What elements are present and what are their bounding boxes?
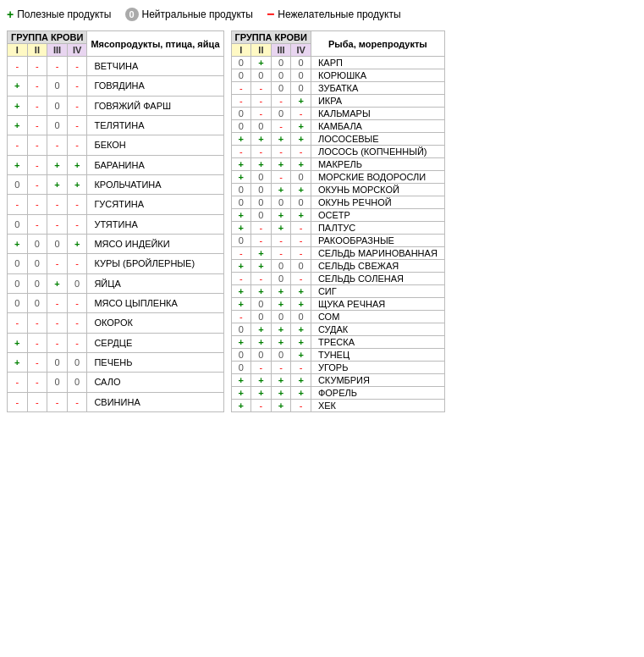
fish-table: ГРУППА КРОВИ Рыба, морепродукты I II III… xyxy=(231,30,445,412)
table-row: 00+0ЯЙЦА xyxy=(8,273,224,293)
cell-blood-group-ii: 0 xyxy=(251,69,272,82)
cell-blood-group-i: 0 xyxy=(231,235,251,247)
cell-blood-group-iv: - xyxy=(67,135,87,155)
cell-blood-group-iv: - xyxy=(67,333,87,352)
cell-product-name: МАКРЕЛЬ xyxy=(311,158,444,171)
cell-blood-group-iii: - xyxy=(47,57,68,76)
cell-blood-group-iii: 0 xyxy=(47,373,68,392)
table-row: +0++ОСЕТР xyxy=(231,209,444,222)
cell-blood-group-i: + xyxy=(231,298,251,311)
cell-blood-group-ii: - xyxy=(27,96,47,115)
table-row: -000СОМ xyxy=(231,311,444,323)
cell-product-name: ЛОСОСЬ (КОПЧЕННЫЙ) xyxy=(311,146,444,158)
cell-blood-group-iii: - xyxy=(271,146,291,158)
cell-blood-group-iii: - xyxy=(47,214,68,234)
cell-blood-group-iv: + xyxy=(291,120,311,133)
cell-blood-group-i: 0 xyxy=(8,174,28,194)
cell-blood-group-iii: + xyxy=(271,298,291,311)
cell-blood-group-iii: + xyxy=(271,336,291,349)
cell-blood-group-iii: 0 xyxy=(271,82,291,95)
table-row: +-0-ГОВЯЖИЙ ФАРШ xyxy=(8,96,224,115)
cell-blood-group-i: + xyxy=(8,76,28,96)
cell-blood-group-iv: - xyxy=(67,293,87,312)
cell-product-name: ТУНЕЦ xyxy=(311,349,444,362)
cell-blood-group-ii: - xyxy=(251,235,272,247)
table-row: -+--СЕЛЬДЬ МАРИНОВАННАЯ xyxy=(231,247,444,260)
cell-blood-group-iv: 0 xyxy=(291,69,311,82)
cell-blood-group-i: + xyxy=(231,400,251,412)
cell-blood-group-iv: + xyxy=(291,95,311,108)
cell-blood-group-iii: 0 xyxy=(271,273,291,285)
cell-blood-group-ii: 0 xyxy=(251,184,272,196)
table-row: +-0-ТЕЛЯТИНА xyxy=(8,115,224,135)
cell-product-name: ОКУНЬ РЕЧНОЙ xyxy=(311,196,444,209)
legend: + Полезные продукты 0 Нейтральные продук… xyxy=(7,7,637,22)
cell-blood-group-iii: - xyxy=(271,362,291,374)
cell-blood-group-i: - xyxy=(8,57,28,76)
cell-blood-group-ii: - xyxy=(251,82,272,95)
cell-product-name: КРОЛЬЧАТИНА xyxy=(87,174,223,194)
cell-blood-group-iv: 0 xyxy=(291,57,311,69)
cell-product-name: РАКООБРАЗНЫЕ xyxy=(311,235,444,247)
table-row: 0---УГОРЬ xyxy=(231,362,444,374)
cell-blood-group-i: 0 xyxy=(8,254,28,273)
cell-product-name: СУДАК xyxy=(311,323,444,336)
cell-blood-group-i: + xyxy=(231,133,251,146)
cell-blood-group-ii: - xyxy=(251,400,272,412)
cell-product-name: ЩУКА РЕЧНАЯ xyxy=(311,298,444,311)
cell-blood-group-iii: - xyxy=(271,235,291,247)
cell-product-name: ТЕЛЯТИНА xyxy=(87,115,223,135)
cell-blood-group-iii: - xyxy=(47,333,68,352)
cell-blood-group-ii: 0 xyxy=(27,254,47,273)
cell-blood-group-iv: - xyxy=(67,313,87,333)
cell-product-name: ПЕЧЕНЬ xyxy=(87,352,223,372)
cell-product-name: СЕЛЬДЬ МАРИНОВАННАЯ xyxy=(311,247,444,260)
meat-col-ii: II xyxy=(27,44,47,57)
cell-blood-group-i: 0 xyxy=(231,57,251,69)
cell-product-name: КАРП xyxy=(311,57,444,69)
cell-blood-group-iv: 0 xyxy=(67,352,87,372)
cell-product-name: КАМБАЛА xyxy=(311,120,444,133)
cell-blood-group-ii: + xyxy=(251,133,272,146)
cell-blood-group-i: + xyxy=(231,158,251,171)
cell-blood-group-iv: 0 xyxy=(291,260,311,273)
cell-product-name: МЯСО ИНДЕЙКИ xyxy=(87,234,223,253)
cell-blood-group-iii: 0 xyxy=(47,115,68,135)
cell-blood-group-iii: 0 xyxy=(271,196,291,209)
cell-product-name: СКУМБРИЯ xyxy=(311,374,444,387)
cell-blood-group-iv: + xyxy=(291,323,311,336)
legend-zero-item: 0 Нейтральные продукты xyxy=(125,8,254,21)
cell-blood-group-iv: 0 xyxy=(291,171,311,184)
meat-section-header: Мясопродукты, птица, яйца xyxy=(87,31,223,57)
table-row: ++++СИГ xyxy=(231,285,444,298)
table-row: 0000КОРЮШКА xyxy=(231,69,444,82)
cell-blood-group-ii: - xyxy=(251,146,272,158)
cell-blood-group-ii: - xyxy=(251,273,272,285)
cell-blood-group-iv: + xyxy=(291,336,311,349)
cell-blood-group-iii: + xyxy=(271,374,291,387)
cell-blood-group-i: 0 xyxy=(231,323,251,336)
table-row: ++++ЛОСОСЕВЫЕ xyxy=(231,133,444,146)
legend-plus-item: + Полезные продукты xyxy=(7,8,112,21)
cell-blood-group-i: 0 xyxy=(231,196,251,209)
cell-blood-group-iv: - xyxy=(291,235,311,247)
cell-blood-group-iv: - xyxy=(291,273,311,285)
legend-zero-label: Нейтральные продукты xyxy=(142,8,254,20)
cell-blood-group-iv: + xyxy=(291,209,311,222)
cell-blood-group-ii: 0 xyxy=(27,293,47,312)
cell-blood-group-i: 0 xyxy=(8,293,28,312)
table-row: 00--МЯСО ЦЫПЛЕНКА xyxy=(8,293,224,312)
cell-blood-group-iv: - xyxy=(67,96,87,115)
table-row: ++++МАКРЕЛЬ xyxy=(231,158,444,171)
table-row: 00-+КАМБАЛА xyxy=(231,120,444,133)
cell-blood-group-ii: - xyxy=(27,76,47,96)
cell-blood-group-iv: + xyxy=(291,133,311,146)
cell-blood-group-ii: + xyxy=(251,158,272,171)
cell-blood-group-i: - xyxy=(231,146,251,158)
cell-blood-group-ii: - xyxy=(251,362,272,374)
table-row: +-0-ГОВЯДИНА xyxy=(8,76,224,96)
cell-blood-group-iv: - xyxy=(67,214,87,234)
table-row: ++++СКУМБРИЯ xyxy=(231,374,444,387)
cell-blood-group-i: 0 xyxy=(231,108,251,120)
cell-blood-group-ii: + xyxy=(251,285,272,298)
